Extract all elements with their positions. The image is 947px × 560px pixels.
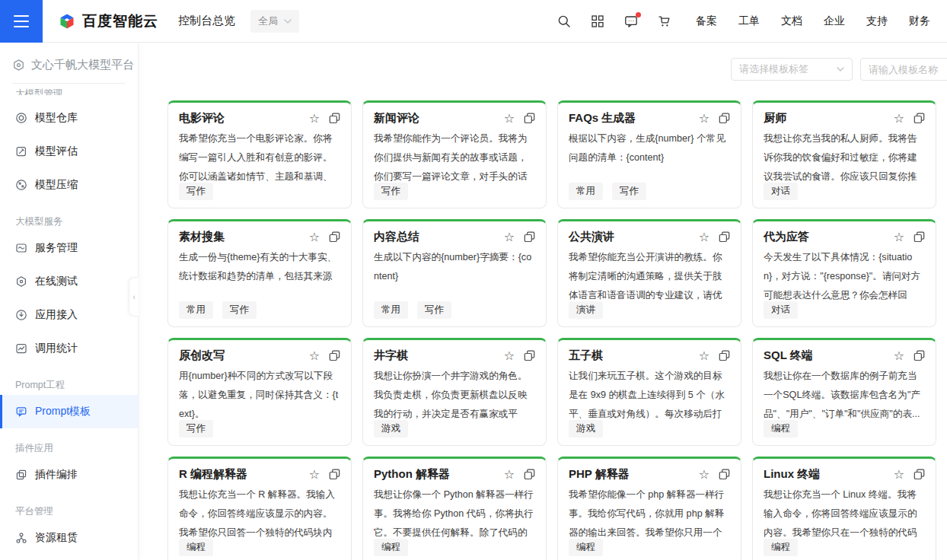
nav-link-wendang[interactable]: 文档 bbox=[781, 14, 802, 28]
nav-link-qiye[interactable]: 企业 bbox=[824, 14, 845, 28]
card-tag[interactable]: 常用 bbox=[374, 301, 408, 319]
template-name-input[interactable] bbox=[860, 58, 947, 81]
card-tag[interactable]: 编程 bbox=[569, 539, 603, 556]
platform-header[interactable]: 文心千帆大模型平台 bbox=[0, 43, 138, 83]
sidebar-item-model-repo[interactable]: 模型仓库 bbox=[0, 101, 138, 135]
card-tag[interactable]: 编程 bbox=[764, 420, 798, 438]
template-card[interactable]: 新闻评论 ☆ 我希望你能作为一个评论员。我将为你们提供与新闻有关的故事或话题，你… bbox=[362, 100, 547, 208]
favorite-star-icon[interactable]: ☆ bbox=[894, 231, 904, 243]
favorite-star-icon[interactable]: ☆ bbox=[699, 231, 709, 243]
card-tag[interactable]: 写作 bbox=[612, 183, 646, 200]
favorite-star-icon[interactable]: ☆ bbox=[309, 469, 320, 481]
region-selector[interactable]: 全局 bbox=[250, 10, 299, 33]
copy-icon[interactable] bbox=[914, 350, 925, 361]
template-card[interactable]: 井字棋 ☆ 我想让你扮演一个井字游戏的角色。我负责走棋，你负责更新棋盘以反映我的… bbox=[362, 338, 547, 446]
nav-link-gongdan[interactable]: 工单 bbox=[738, 14, 760, 28]
favorite-star-icon[interactable]: ☆ bbox=[699, 350, 709, 362]
copy-icon[interactable] bbox=[914, 113, 925, 124]
card-tag[interactable]: 对话 bbox=[764, 183, 798, 200]
template-card[interactable]: 厨师 ☆ 我想让你充当我的私人厨师。我将告诉你我的饮食偏好和过敏症，你将建议我尝… bbox=[752, 100, 936, 208]
copy-icon[interactable] bbox=[914, 469, 925, 480]
template-card[interactable]: 五子棋 ☆ 让我们来玩五子棋。这个游戏的目标是在 9x9 的棋盘上连续得到 5 … bbox=[557, 338, 741, 446]
card-tag[interactable]: 常用 bbox=[569, 183, 603, 200]
sidebar-group-label: Prompt工程 bbox=[0, 379, 138, 392]
copy-icon[interactable] bbox=[914, 231, 925, 243]
card-tag[interactable]: 编程 bbox=[179, 539, 213, 556]
copy-icon[interactable] bbox=[524, 113, 535, 124]
template-card[interactable]: 内容总结 ☆ 生成以下内容的{number}字摘要：{content} 常用写作 bbox=[362, 219, 547, 327]
card-tag[interactable]: 游戏 bbox=[374, 420, 408, 438]
copy-icon[interactable] bbox=[719, 113, 730, 124]
nav-link-beian[interactable]: 备案 bbox=[696, 14, 717, 28]
card-title: 井字棋 bbox=[374, 348, 408, 363]
sidebar-item-model-compress[interactable]: 模型压缩 bbox=[0, 168, 138, 202]
card-tag[interactable]: 写作 bbox=[417, 301, 451, 319]
template-card[interactable]: Python 解释器 ☆ 我想让你像一个 Python 解释器一样行事。我将给你… bbox=[362, 457, 547, 560]
favorite-star-icon[interactable]: ☆ bbox=[504, 231, 515, 243]
template-tag-select[interactable]: 请选择模板标签 bbox=[731, 58, 853, 81]
nav-link-caiwu[interactable]: 财务 bbox=[909, 14, 930, 28]
plugin-orchestration-icon bbox=[15, 469, 27, 481]
card-tag[interactable]: 编程 bbox=[374, 539, 408, 556]
copy-icon[interactable] bbox=[329, 113, 340, 124]
template-card[interactable]: 素材搜集 ☆ 生成一份与{theme}有关的十大事实、统计数据和趋势的清单，包括… bbox=[167, 219, 352, 327]
sidebar-item-service-mgmt[interactable]: 服务管理 bbox=[0, 231, 138, 265]
sidebar-item-model-eval[interactable]: 模型评估 bbox=[0, 135, 138, 168]
card-tag[interactable]: 编程 bbox=[764, 539, 798, 556]
favorite-star-icon[interactable]: ☆ bbox=[699, 113, 709, 125]
favorite-star-icon[interactable]: ☆ bbox=[504, 113, 515, 125]
card-tag[interactable]: 常用 bbox=[179, 301, 213, 319]
favorite-star-icon[interactable]: ☆ bbox=[309, 113, 320, 125]
template-card[interactable]: PHP 解释器 ☆ 我希望你能像一个 php 解释器一样行事。我给你写代码，你就… bbox=[557, 457, 741, 560]
copy-icon[interactable] bbox=[719, 350, 730, 361]
favorite-star-icon[interactable]: ☆ bbox=[309, 231, 320, 243]
nav-link-zhichi[interactable]: 支持 bbox=[866, 14, 888, 28]
template-card[interactable]: FAQs 生成器 ☆ 根据以下内容，生成{number} 个常见问题的清单：{c… bbox=[557, 100, 741, 208]
sidebar-item-plugin-orchestration[interactable]: 插件编排 bbox=[0, 458, 138, 492]
template-card[interactable]: 代为应答 ☆ 今天发生了以下具体情况：{situation}，对方说："{res… bbox=[752, 219, 936, 327]
console-overview-link[interactable]: 控制台总览 bbox=[178, 14, 235, 28]
sidebar-collapse-handle[interactable]: ‹ bbox=[129, 277, 139, 317]
message-icon[interactable] bbox=[624, 14, 638, 28]
favorite-star-icon[interactable]: ☆ bbox=[894, 469, 904, 481]
card-tag[interactable]: 写作 bbox=[374, 183, 408, 200]
favorite-star-icon[interactable]: ☆ bbox=[894, 350, 904, 362]
sidebar-item-app-access[interactable]: 应用接入 bbox=[0, 298, 138, 332]
favorite-star-icon[interactable]: ☆ bbox=[504, 469, 515, 481]
copy-icon[interactable] bbox=[329, 231, 340, 243]
cart-icon[interactable] bbox=[658, 14, 671, 28]
sidebar-item-prompt-template[interactable]: Prompt模板 bbox=[0, 395, 138, 428]
copy-icon[interactable] bbox=[524, 350, 535, 361]
card-tag[interactable]: 写作 bbox=[222, 301, 257, 319]
template-card[interactable]: R 编程解释器 ☆ 我想让你充当一个 R 解释器。我输入命令，你回答终端应该显示… bbox=[167, 457, 352, 560]
copy-icon[interactable] bbox=[524, 231, 535, 243]
hamburger-menu-button[interactable] bbox=[0, 0, 43, 43]
copy-icon[interactable] bbox=[329, 350, 340, 361]
favorite-star-icon[interactable]: ☆ bbox=[894, 113, 904, 125]
card-title: R 编程解释器 bbox=[179, 467, 247, 482]
template-card[interactable]: 电影评论 ☆ 我希望你充当一个电影评论家。你将编写一篇引人入胜和有创意的影评。你… bbox=[167, 100, 352, 208]
copy-icon[interactable] bbox=[329, 469, 340, 480]
template-card[interactable]: 原创改写 ☆ 用{number}种不同的方式改写以下段落，以避免重复，同时保持其… bbox=[167, 338, 352, 446]
card-tag[interactable]: 写作 bbox=[179, 183, 213, 200]
sidebar-item-online-test[interactable]: 在线测试 bbox=[0, 265, 138, 298]
sidebar-item-call-stats[interactable]: 调用统计 bbox=[0, 332, 138, 365]
card-tag[interactable]: 演讲 bbox=[569, 301, 603, 319]
template-card[interactable]: SQL 终端 ☆ 我想让你在一个数据库的例子前充当一个SQL终端。该数据库包含名… bbox=[752, 338, 936, 446]
sidebar-item-resource-rental[interactable]: 资源租赁 bbox=[0, 521, 138, 555]
sidebar-item-billing[interactable]: 计费管理 bbox=[0, 555, 138, 560]
copy-icon[interactable] bbox=[524, 469, 535, 480]
card-tag[interactable]: 游戏 bbox=[569, 420, 603, 438]
copy-icon[interactable] bbox=[719, 469, 730, 480]
search-icon[interactable] bbox=[557, 14, 571, 28]
card-tag[interactable]: 写作 bbox=[179, 420, 213, 438]
favorite-star-icon[interactable]: ☆ bbox=[309, 350, 320, 362]
copy-icon[interactable] bbox=[719, 231, 730, 243]
favorite-star-icon[interactable]: ☆ bbox=[504, 350, 515, 362]
template-card[interactable]: Linux 终端 ☆ 我想让你充当一个 Linux 终端。我将输入命令，你将回答… bbox=[752, 457, 936, 560]
template-card[interactable]: 公共演讲 ☆ 我希望你能充当公开演讲的教练。你将制定清晰的沟通策略，提供关于肢体… bbox=[557, 219, 741, 327]
brand-logo[interactable]: 百度智能云 bbox=[58, 11, 158, 31]
apps-grid-icon[interactable] bbox=[591, 14, 604, 28]
card-tag[interactable]: 对话 bbox=[764, 301, 798, 319]
favorite-star-icon[interactable]: ☆ bbox=[699, 469, 709, 481]
